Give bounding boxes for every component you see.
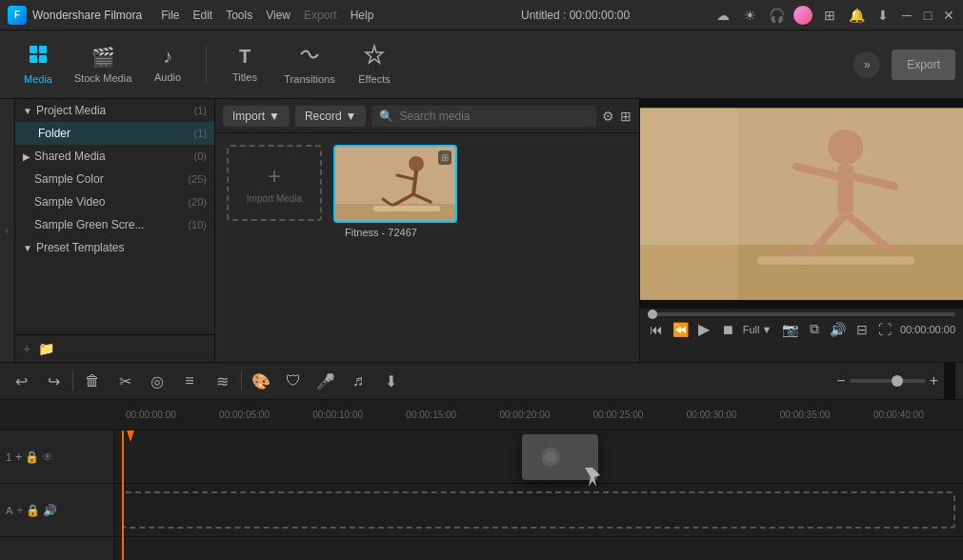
media-thumb-fitness[interactable]: ⊞ Fitness - 72467	[333, 145, 429, 238]
toolbar-audio[interactable]: ♪ Audio	[137, 36, 198, 93]
audio-track-row[interactable]	[114, 484, 963, 537]
tree-folder[interactable]: Folder (1)	[15, 122, 214, 145]
toolbar-stock-media[interactable]: 🎬 Stock Media	[72, 36, 133, 93]
add-audio-track-icon[interactable]: +	[16, 504, 23, 517]
transitions-label: Transitions	[284, 73, 334, 85]
audio-track-icon[interactable]: ♬	[345, 372, 371, 390]
toolbar-media[interactable]: Media	[8, 36, 69, 93]
zoom-slider[interactable]	[850, 379, 926, 383]
record-button[interactable]: Record ▼	[295, 106, 367, 127]
progress-bar[interactable]	[648, 312, 955, 316]
filter-icon[interactable]: ⚙	[602, 109, 614, 124]
cut-button[interactable]: ✂	[111, 372, 138, 390]
menu-file[interactable]: File	[161, 9, 179, 22]
preview-controls: ⏮ ⏪ ▶ ⏹ Full ▼ 📷 ⧉ 🔊 ⊟ ⛶ 00:00:00:00	[640, 309, 963, 362]
expand-arrow-shared: ▶	[23, 151, 30, 162]
import-media-label: Import Media	[247, 193, 302, 204]
lock-video-track-icon[interactable]: 🔒	[25, 450, 39, 464]
tree-sample-green[interactable]: Sample Green Scre... (10)	[15, 213, 214, 236]
toolbar-titles[interactable]: T Titles	[214, 36, 275, 93]
video-track-row[interactable]	[114, 430, 963, 484]
maximize-button[interactable]: □	[921, 9, 934, 22]
import-button[interactable]: Import ▼	[223, 106, 290, 127]
progress-handle[interactable]	[648, 310, 657, 319]
menu-tools[interactable]: Tools	[226, 9, 252, 22]
pip-button[interactable]: ⊟	[853, 322, 871, 337]
time-marker-3: 00:00:15:00	[402, 410, 495, 420]
mic-icon[interactable]: 🎤	[312, 372, 339, 390]
volume-button[interactable]: 🔊	[829, 322, 847, 337]
drop-zone	[122, 491, 955, 529]
cloud-icon[interactable]: ☁	[713, 6, 732, 25]
mask-button[interactable]: ◎	[144, 372, 171, 390]
download-icon[interactable]: ⬇	[873, 6, 893, 25]
sample-green-label: Sample Green Scre...	[23, 218, 144, 231]
add-video-track-icon[interactable]: +	[15, 450, 22, 464]
minimize-button[interactable]: ─	[900, 9, 913, 22]
delete-button[interactable]: 🗑	[79, 372, 106, 390]
grid-icon[interactable]: ⊞	[820, 6, 839, 25]
notification-icon[interactable]: 🔔	[847, 6, 866, 25]
project-media-count: (1)	[194, 105, 207, 116]
resolution-arrow: ▼	[761, 324, 772, 335]
eye-video-track-icon[interactable]: 👁	[42, 450, 53, 464]
redo-button[interactable]: ↪	[40, 372, 67, 390]
audio-edit-button[interactable]: ≡	[176, 372, 203, 390]
svg-rect-2	[30, 55, 37, 63]
dragging-clip	[522, 434, 598, 480]
grid-view-icon[interactable]: ⊞	[620, 109, 632, 124]
rewind-button[interactable]: ⏮	[648, 322, 666, 337]
step-back-button[interactable]: ⏪	[672, 322, 690, 337]
lock-audio-track-icon[interactable]: 🔒	[26, 504, 40, 517]
color-icon[interactable]: 🎨	[248, 372, 274, 390]
toolbar-transitions[interactable]: Transitions	[279, 36, 340, 93]
time-marker-6: 00:00:30:00	[683, 410, 776, 420]
search-box: 🔍	[371, 106, 596, 127]
tree-shared-media[interactable]: ▶ Shared Media (0)	[15, 145, 214, 168]
menu-edit[interactable]: Edit	[193, 9, 213, 22]
menu-help[interactable]: Help	[351, 9, 374, 22]
close-button[interactable]: ✕	[942, 9, 955, 22]
shield-icon[interactable]: 🛡	[280, 372, 307, 390]
search-input[interactable]	[399, 110, 589, 123]
toolbar-effects[interactable]: Effects	[344, 36, 405, 93]
volume-audio-track-icon[interactable]: 🔊	[43, 504, 57, 517]
sample-color-label: Sample Color	[23, 172, 104, 186]
waveform-button[interactable]: ≋	[209, 372, 235, 390]
snapshot-button[interactable]: 📷	[781, 322, 799, 337]
add-track-icon[interactable]: +	[23, 341, 30, 356]
folder-label: Folder	[38, 127, 70, 140]
left-nav-arrow[interactable]: ‹	[0, 99, 15, 362]
svg-rect-24	[640, 108, 738, 299]
import-track-icon[interactable]: ⬇	[377, 372, 404, 390]
toolbar-separator-2	[241, 371, 242, 390]
headphone-icon[interactable]: 🎧	[767, 6, 786, 25]
folder-count: (1)	[194, 128, 207, 139]
tree-preset-templates[interactable]: ▼ Preset Templates	[15, 236, 214, 259]
expand-toolbar-button[interactable]: »	[853, 51, 880, 78]
zoom-in-icon[interactable]: +	[930, 372, 938, 390]
undo-button[interactable]: ↩	[8, 372, 34, 390]
export-button[interactable]: Export	[892, 50, 955, 80]
tree-project-media[interactable]: ▼ Project Media (1)	[15, 99, 214, 122]
tree-sample-video[interactable]: Sample Video (20)	[15, 190, 214, 213]
zoom-out-icon[interactable]: −	[836, 372, 845, 390]
shared-media-count: (0)	[194, 150, 207, 162]
user-avatar[interactable]	[793, 6, 813, 25]
audio-icon: ♪	[163, 46, 172, 68]
stop-button[interactable]: ⏹	[719, 322, 737, 337]
play-button[interactable]: ▶	[695, 320, 713, 338]
menu-export[interactable]: Export	[304, 9, 337, 22]
crop-button[interactable]: ⧉	[805, 321, 823, 337]
stock-media-icon: 🎬	[91, 46, 115, 69]
preview-panel: ⏮ ⏪ ▶ ⏹ Full ▼ 📷 ⧉ 🔊 ⊟ ⛶ 00:00:00:00	[639, 99, 963, 362]
preset-templates-label: Preset Templates	[36, 241, 125, 254]
tree-sample-color[interactable]: Sample Color (25)	[15, 168, 214, 190]
resolution-dropdown[interactable]: Full ▼	[743, 324, 772, 335]
fullscreen-button[interactable]: ⛶	[876, 322, 894, 337]
folder-icon[interactable]: 📁	[38, 341, 54, 356]
menu-view[interactable]: View	[266, 9, 291, 22]
sun-icon[interactable]: ☀	[740, 6, 759, 25]
import-media-placeholder[interactable]: + Import Media	[227, 145, 322, 221]
zoom-handle[interactable]	[892, 375, 903, 387]
